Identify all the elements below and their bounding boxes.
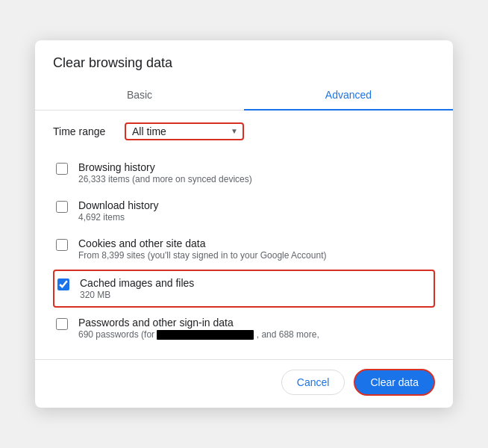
dialog-title: Clear browsing data — [35, 40, 453, 71]
cached-images-title: Cached images and files — [80, 277, 431, 289]
dialog-footer: Cancel Clear data — [35, 359, 453, 408]
download-history-text: Download history 4,692 items — [78, 199, 432, 223]
time-range-select-wrapper: All time Last hour Last 24 hours Last 7 … — [125, 122, 244, 140]
cookies-item: Cookies and other site data From 8,399 s… — [53, 230, 435, 268]
cookies-desc: From 8,399 sites (you'll stay signed in … — [78, 250, 432, 261]
cancel-button[interactable]: Cancel — [281, 370, 345, 395]
browsing-history-checkbox[interactable] — [56, 163, 68, 175]
cookies-text: Cookies and other site data From 8,399 s… — [78, 237, 432, 261]
browsing-history-item: Browsing history 26,333 items (and more … — [53, 154, 435, 192]
cached-images-desc: 320 MB — [80, 290, 431, 300]
passwords-redacted — [157, 330, 254, 340]
download-history-item: Download history 4,692 items — [53, 192, 435, 230]
clear-browsing-data-dialog: Clear browsing data Basic Advanced Time … — [35, 40, 453, 408]
passwords-desc: 690 passwords (for , and 688 more, — [78, 329, 432, 340]
download-history-checkbox[interactable] — [56, 201, 68, 213]
browsing-history-desc: 26,333 items (and more on synced devices… — [78, 174, 432, 184]
passwords-desc-prefix: 690 passwords (for — [78, 329, 154, 340]
passwords-checkbox[interactable] — [56, 318, 68, 330]
passwords-checkbox-wrapper — [56, 318, 68, 333]
download-history-checkbox-wrapper — [56, 201, 68, 216]
download-history-title: Download history — [78, 199, 432, 211]
time-range-row: Time range All time Last hour Last 24 ho… — [53, 122, 435, 140]
browsing-history-checkbox-wrapper — [56, 163, 68, 178]
passwords-text: Passwords and other sign-in data 690 pas… — [78, 317, 432, 340]
cached-images-checkbox-wrapper — [57, 279, 69, 293]
time-range-select[interactable]: All time Last hour Last 24 hours Last 7 … — [132, 125, 231, 137]
passwords-item: Passwords and other sign-in data 690 pas… — [53, 309, 435, 347]
download-history-desc: 4,692 items — [78, 212, 432, 223]
cookies-checkbox-wrapper — [56, 239, 68, 254]
passwords-desc-suffix: , and 688 more, — [257, 329, 319, 340]
cached-images-item: Cached images and files 320 MB — [53, 270, 435, 308]
dropdown-arrow-icon: ▼ — [231, 127, 238, 135]
tab-basic[interactable]: Basic — [35, 80, 244, 110]
tab-advanced[interactable]: Advanced — [244, 80, 453, 110]
tab-bar: Basic Advanced — [35, 80, 453, 111]
passwords-title: Passwords and other sign-in data — [78, 317, 432, 329]
clear-data-button[interactable]: Clear data — [354, 369, 435, 396]
cached-images-text: Cached images and files 320 MB — [80, 277, 431, 300]
cookies-title: Cookies and other site data — [78, 237, 432, 249]
cached-images-checkbox[interactable] — [57, 279, 69, 290]
cookies-checkbox[interactable] — [56, 239, 68, 251]
tab-content: Time range All time Last hour Last 24 ho… — [35, 111, 453, 359]
time-range-label: Time range — [53, 125, 113, 137]
browsing-history-text: Browsing history 26,333 items (and more … — [78, 161, 432, 184]
browsing-history-title: Browsing history — [78, 161, 432, 173]
